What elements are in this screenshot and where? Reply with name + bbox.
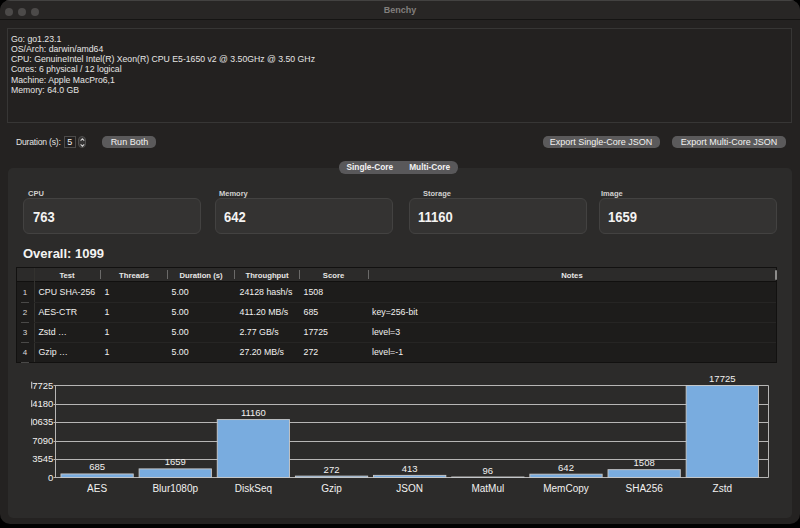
- svg-text:Zstd: Zstd: [713, 483, 732, 494]
- svg-text:10635: 10635: [27, 416, 53, 427]
- svg-text:JSON: JSON: [396, 483, 423, 494]
- svg-text:17725: 17725: [27, 380, 53, 391]
- svg-text:14180: 14180: [27, 398, 53, 409]
- svg-text:272: 272: [324, 464, 340, 475]
- svg-text:0: 0: [48, 472, 53, 483]
- svg-text:413: 413: [402, 463, 418, 474]
- svg-text:96: 96: [483, 465, 494, 476]
- svg-text:1659: 1659: [165, 456, 186, 467]
- svg-text:7090: 7090: [32, 435, 53, 446]
- svg-text:AES: AES: [87, 483, 107, 494]
- svg-text:DiskSeq: DiskSeq: [235, 483, 272, 494]
- svg-text:685: 685: [89, 461, 105, 472]
- svg-text:MemCopy: MemCopy: [543, 483, 589, 494]
- svg-text:11160: 11160: [241, 407, 266, 418]
- svg-text:1508: 1508: [634, 457, 655, 468]
- svg-text:642: 642: [558, 462, 574, 473]
- svg-text:Gzip: Gzip: [321, 483, 342, 494]
- svg-text:17725: 17725: [709, 373, 735, 384]
- svg-text:SHA256: SHA256: [626, 483, 664, 494]
- svg-text:3545: 3545: [32, 453, 53, 464]
- svg-text:MatMul: MatMul: [471, 483, 504, 494]
- svg-text:Blur1080p: Blur1080p: [152, 483, 198, 494]
